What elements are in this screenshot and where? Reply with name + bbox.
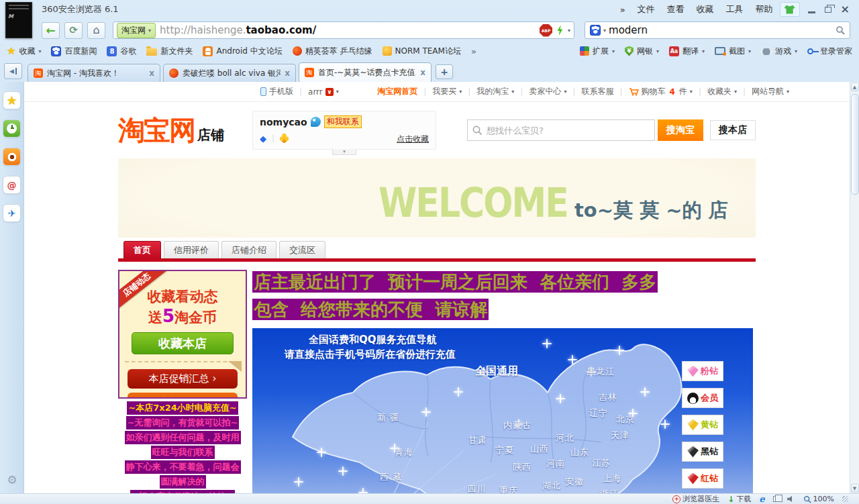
mail-tile[interactable]: @ bbox=[3, 176, 21, 194]
seller-card-expander[interactable]: ▾ bbox=[332, 149, 356, 155]
want-to-buy-menu[interactable]: 我要买▾ bbox=[432, 86, 462, 97]
speed-lightning-icon[interactable] bbox=[556, 25, 564, 36]
menu-favorites[interactable]: 收藏 bbox=[697, 3, 714, 15]
map-province-label[interactable]: 北京 bbox=[616, 413, 635, 425]
search-taobao-button[interactable]: 搜淘宝 bbox=[658, 119, 703, 141]
search-engine-icon[interactable] bbox=[590, 25, 601, 36]
shop-search-input[interactable] bbox=[467, 119, 655, 141]
map-province-label[interactable]: 天津 bbox=[611, 430, 629, 442]
contact-me-badge[interactable]: 和我联系 bbox=[324, 115, 362, 128]
mobile-version-link[interactable]: 手机版 bbox=[260, 86, 293, 97]
tab-maipolan[interactable]: 卖破烂喽 boll alc viva 银河... x bbox=[163, 64, 296, 82]
resize-grip[interactable] bbox=[842, 496, 848, 502]
download-button[interactable]: ↓下载 bbox=[727, 494, 751, 504]
minimize-button[interactable] bbox=[808, 11, 815, 13]
menu-file[interactable]: 文件 bbox=[638, 3, 655, 15]
contact-service-link[interactable]: 联系客服 bbox=[581, 86, 613, 97]
wangwang-icon[interactable] bbox=[311, 117, 321, 127]
scrollbar-thumb[interactable] bbox=[851, 94, 859, 195]
zoom-control[interactable]: 100% bbox=[803, 495, 834, 503]
close-button[interactable]: × bbox=[841, 4, 850, 15]
tool-ebank[interactable]: ¥网银▾ bbox=[625, 46, 659, 57]
cart-menu[interactable]: 购物车4件▾ bbox=[629, 86, 693, 97]
site-badge[interactable]: 淘宝网 ▾ bbox=[117, 23, 156, 38]
search-icon[interactable] bbox=[836, 26, 845, 35]
bookmark-pingpong[interactable]: 精英荟萃 乒乓结缘 bbox=[293, 46, 372, 57]
map-province-label[interactable]: 安徽 bbox=[565, 476, 584, 488]
bookmark-folder[interactable]: 新文件夹 bbox=[146, 46, 193, 57]
browser-search-box[interactable]: ▾ modern bbox=[585, 21, 850, 39]
tab-close-icon[interactable]: x bbox=[149, 68, 154, 78]
bookmark-android-forum[interactable]: Android 中文论坛 bbox=[203, 46, 282, 57]
map-province-label[interactable]: 浙江 bbox=[600, 488, 619, 493]
shop-tab-home[interactable]: 首页 bbox=[123, 241, 161, 258]
user-menu[interactable]: arrr∨▾ bbox=[308, 87, 339, 97]
back-button[interactable]: ← bbox=[42, 22, 60, 39]
qq-service-item[interactable]: 会员 bbox=[682, 388, 723, 408]
bookmark-google[interactable]: 8 谷歌 bbox=[107, 46, 136, 57]
map-province-label[interactable]: 吉林 bbox=[599, 391, 617, 403]
vertical-scrollbar[interactable]: ▲ ▼ bbox=[850, 82, 859, 493]
seller-center-menu[interactable]: 卖家中心▾ bbox=[529, 86, 566, 97]
map-province-label[interactable]: 青海 bbox=[395, 446, 413, 458]
scroll-down-arrow[interactable]: ▼ bbox=[851, 484, 859, 493]
map-province-label[interactable]: 甘肃 bbox=[468, 434, 487, 446]
skin-button[interactable] bbox=[780, 2, 800, 17]
qq-service-item[interactable]: 黄钻 bbox=[682, 415, 723, 435]
search-this-shop-button[interactable]: 搜本店 bbox=[710, 120, 756, 140]
shop-new-items-button[interactable]: 本店新品汇总 › bbox=[128, 393, 238, 399]
search-engine-dropdown-icon[interactable]: ▾ bbox=[603, 28, 606, 34]
map-province-label[interactable]: 西 藏 bbox=[380, 471, 402, 483]
qq-service-item[interactable]: 粉钻 bbox=[682, 361, 723, 381]
tool-games[interactable]: 游戏▾ bbox=[761, 46, 797, 57]
scrollbar-track[interactable] bbox=[851, 92, 859, 483]
menu-help[interactable]: 帮助 bbox=[756, 3, 773, 15]
map-province-label[interactable]: 新 疆 bbox=[377, 411, 399, 423]
scroll-up-arrow[interactable]: ▲ bbox=[851, 83, 859, 91]
bookmark-favorites-menu[interactable]: ★ 收藏 ▾ bbox=[7, 46, 41, 57]
new-tab-button[interactable]: + bbox=[436, 64, 453, 79]
tool-screenshot[interactable]: 截图▾ bbox=[715, 46, 751, 57]
map-province-label[interactable]: 江苏 bbox=[592, 457, 611, 469]
browser-doctor-button[interactable]: +浏览器医生 bbox=[672, 494, 719, 504]
app-icon[interactable]: M bbox=[5, 2, 32, 38]
shop-promo-summary-button[interactable]: 本店促销汇总 › bbox=[128, 369, 238, 389]
shop-tab-credit[interactable]: 信用评价 bbox=[164, 241, 219, 258]
site-navigation-menu[interactable]: 网站导航▾ bbox=[752, 86, 789, 97]
tool-translate[interactable]: Aa翻译▾ bbox=[669, 46, 705, 57]
click-to-favorite-link[interactable]: 点击收藏 bbox=[397, 134, 429, 145]
map-province-label[interactable]: 河南 bbox=[546, 458, 565, 470]
settings-gear-icon[interactable]: ⚙ bbox=[0, 473, 24, 487]
sidebar-collapse-button[interactable]: ◀ bbox=[4, 63, 22, 79]
tab-close-icon[interactable]: x bbox=[420, 68, 425, 77]
url-text[interactable]: http://haishenge.taobao.com/ bbox=[160, 24, 536, 36]
map-province-label[interactable]: 山东 bbox=[570, 446, 589, 458]
browser-search-input[interactable]: modern bbox=[609, 24, 833, 36]
favorites-star-tile[interactable]: ★ bbox=[3, 91, 21, 109]
taobao-home-link[interactable]: 淘宝网首页 bbox=[377, 86, 417, 97]
map-province-label[interactable]: 宁夏 bbox=[495, 444, 514, 456]
history-clock-tile[interactable] bbox=[3, 119, 21, 138]
map-province-label[interactable]: 陕西 bbox=[513, 461, 532, 473]
home-button[interactable]: ⌂ bbox=[87, 22, 105, 39]
menu-overflow-chevron[interactable]: » bbox=[620, 5, 625, 15]
bookmarks-overflow-chevron[interactable]: » bbox=[471, 46, 476, 56]
map-province-label[interactable]: 四川 bbox=[467, 483, 486, 493]
qq-service-item[interactable]: 黑钻 bbox=[682, 442, 723, 462]
mute-button[interactable] bbox=[787, 496, 795, 503]
shop-tab-intro[interactable]: 店铺介绍 bbox=[221, 241, 276, 258]
map-province-label[interactable]: 辽宁 bbox=[589, 407, 608, 419]
menu-view[interactable]: 查看 bbox=[667, 3, 685, 15]
restore-button[interactable] bbox=[825, 7, 831, 13]
adblock-icon[interactable]: ABP bbox=[540, 24, 552, 37]
bookmark-baidu-news[interactable]: 百度新闻 bbox=[51, 46, 97, 57]
tab-taobao-home[interactable]: 淘 淘宝网 - 淘我喜欢！ x bbox=[28, 64, 160, 82]
address-bar[interactable]: 淘宝网 ▾ http://haishenge.taobao.com/ ABP ▾ bbox=[113, 21, 574, 39]
qq-service-item[interactable]: 红钻 bbox=[682, 468, 723, 489]
weibo-tile[interactable] bbox=[3, 148, 21, 166]
my-taobao-menu[interactable]: 我的淘宝▾ bbox=[476, 86, 514, 97]
refresh-button[interactable]: ⟳ bbox=[64, 22, 83, 39]
map-province-label[interactable]: 山西 bbox=[530, 443, 549, 455]
map-province-label[interactable]: 上海 bbox=[603, 472, 621, 485]
tab-momo-shop-active[interactable]: 淘 首页-~莫莫~话费点卡充值... x bbox=[299, 62, 432, 82]
